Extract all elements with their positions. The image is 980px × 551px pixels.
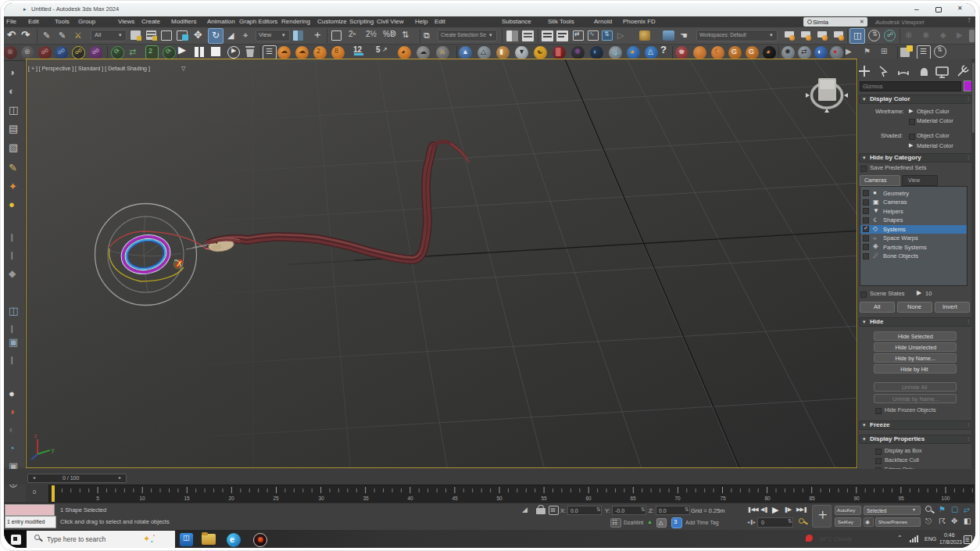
svg-text:35: 35 — [363, 496, 369, 501]
svg-text:20: 20 — [228, 496, 234, 501]
svg-text:z: z — [34, 433, 38, 438]
svg-text:55: 55 — [541, 496, 547, 501]
svg-text:65: 65 — [630, 496, 636, 501]
svg-text:15: 15 — [184, 496, 190, 501]
svg-text:10: 10 — [139, 496, 145, 501]
svg-text:60: 60 — [585, 496, 592, 501]
svg-text:y: y — [52, 447, 55, 453]
svg-text:50: 50 — [496, 496, 503, 501]
svg-text:90: 90 — [853, 496, 860, 501]
svg-text:75: 75 — [720, 496, 726, 501]
svg-text:95: 95 — [898, 496, 904, 501]
svg-text:40: 40 — [407, 496, 413, 501]
svg-text:100: 100 — [942, 496, 950, 501]
svg-text:85: 85 — [809, 496, 815, 501]
svg-text:30: 30 — [318, 496, 324, 501]
svg-text:70: 70 — [674, 496, 681, 501]
svg-text:25: 25 — [273, 496, 279, 501]
svg-text:5: 5 — [96, 496, 99, 501]
svg-text:45: 45 — [452, 496, 458, 501]
svg-text:80: 80 — [764, 496, 771, 501]
